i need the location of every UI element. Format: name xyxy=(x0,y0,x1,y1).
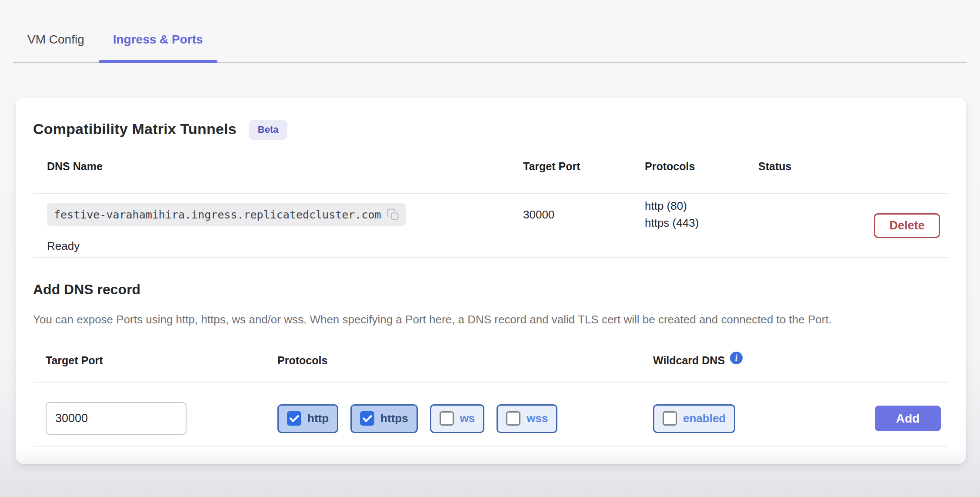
add-button-cell: Add xyxy=(862,406,949,431)
tab-bar: VM Config Ingress & Ports xyxy=(13,0,967,63)
card-header: Compatibility Matrix Tunnels Beta xyxy=(33,98,949,140)
protocol-http: http (80) xyxy=(645,198,758,215)
wildcard-field-cell: enabled xyxy=(653,404,862,433)
protocols-label: Protocols xyxy=(277,354,653,367)
add-button[interactable]: Add xyxy=(875,406,941,431)
target-port-input[interactable] xyxy=(46,402,187,435)
dns-name-cell: festive-varahamihira.ingress.replicatedc… xyxy=(47,203,523,226)
protocol-chip-label: wss xyxy=(527,412,548,425)
target-port-field-cell xyxy=(46,402,277,435)
column-header-target-port: Target Port xyxy=(523,160,645,173)
info-icon[interactable] xyxy=(730,352,743,364)
checkbox-icon xyxy=(360,411,374,426)
wildcard-enabled-checkbox[interactable]: enabled xyxy=(653,404,735,433)
compatibility-matrix-tunnels-card: Compatibility Matrix Tunnels Beta DNS Na… xyxy=(16,98,966,464)
column-header-status: Status xyxy=(758,160,949,173)
tunnel-table-row: festive-varahamihira.ingress.replicatedc… xyxy=(33,194,949,258)
status-cell: Ready xyxy=(47,239,523,253)
checkbox-icon xyxy=(663,411,677,426)
copy-icon xyxy=(387,208,400,221)
copy-button[interactable] xyxy=(387,208,400,221)
protocol-checkbox-https[interactable]: https xyxy=(350,404,418,433)
dns-name-pill: festive-varahamihira.ingress.replicatedc… xyxy=(47,203,406,226)
checkbox-icon xyxy=(440,411,454,426)
card-footer xyxy=(16,447,966,464)
protocol-https: https (443) xyxy=(645,215,758,232)
protocol-checkbox-http[interactable]: http xyxy=(277,404,338,433)
tab-ingress-ports[interactable]: Ingress & Ports xyxy=(99,0,217,62)
protocol-chip-label: https xyxy=(380,412,408,425)
add-dns-record-title: Add DNS record xyxy=(33,282,949,301)
delete-button[interactable]: Delete xyxy=(874,213,940,238)
wildcard-chip-label: enabled xyxy=(683,412,726,425)
beta-badge: Beta xyxy=(249,120,288,140)
protocols-cell: http (80) https (443) xyxy=(645,198,758,232)
wildcard-dns-label: Wildcard DNS xyxy=(653,354,725,367)
protocol-chip-label: ws xyxy=(460,412,475,425)
checkbox-icon xyxy=(287,411,301,426)
protocol-checkbox-wss[interactable]: wss xyxy=(497,404,557,433)
add-dns-form-row: http https ws wss enabled xyxy=(33,383,949,447)
protocol-checkbox-group: http https ws wss xyxy=(277,404,653,433)
add-dns-form-labels: Target Port Protocols Wildcard DNS xyxy=(33,348,949,383)
wildcard-dns-label-wrap: Wildcard DNS xyxy=(653,354,862,367)
column-header-protocols: Protocols xyxy=(645,160,758,173)
dns-name-text: festive-varahamihira.ingress.replicatedc… xyxy=(54,208,381,221)
add-dns-description: You can expose Ports using http, https, … xyxy=(33,311,942,328)
ingress-ports-page: VM Config Ingress & Ports Compatibility … xyxy=(0,0,980,497)
tunnels-table-header: DNS Name Target Port Protocols Status xyxy=(33,140,949,194)
protocol-chip-label: http xyxy=(307,412,329,425)
target-port-label: Target Port xyxy=(46,354,277,367)
protocol-checkbox-ws[interactable]: ws xyxy=(430,404,485,433)
target-port-cell: 30000 xyxy=(523,208,645,222)
column-header-dns-name: DNS Name xyxy=(47,160,523,173)
card-title: Compatibility Matrix Tunnels xyxy=(33,121,237,138)
checkbox-icon xyxy=(506,411,520,426)
tab-vm-config[interactable]: VM Config xyxy=(13,0,99,62)
